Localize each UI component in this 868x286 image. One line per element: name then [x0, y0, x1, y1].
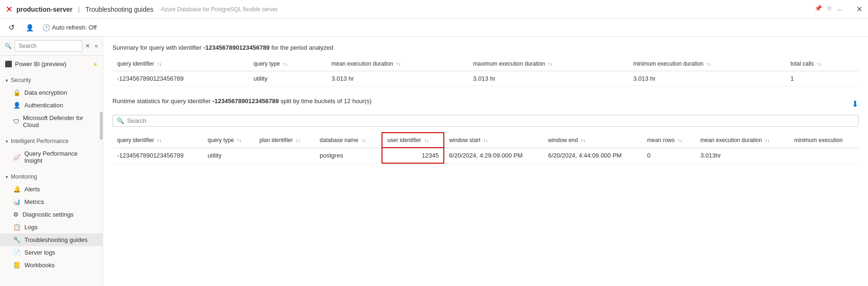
runtime-col-db-name[interactable]: database name ↑↓ [315, 133, 382, 148]
authentication-label: Authentication [24, 102, 63, 109]
search-icon: 🔍 [5, 43, 12, 49]
alerts-label: Alerts [24, 186, 40, 193]
server-name: production-server [16, 6, 73, 13]
sidebar-item-server-logs[interactable]: 📄 Server logs [0, 246, 103, 259]
summary-col-total-calls[interactable]: total calls ↑↓ [786, 57, 859, 71]
runtime-col-window-end[interactable]: window end ↑↓ [544, 133, 643, 148]
sidebar-power-bi-label: Power BI (preview) [15, 60, 67, 68]
data-encryption-icon: 🔒 [13, 89, 21, 96]
sidebar-item-alerts[interactable]: 🔔 Alerts [0, 183, 103, 196]
sidebar-item-workbooks[interactable]: 📒 Workbooks [0, 259, 103, 271]
title-separator: | [78, 6, 80, 13]
monitoring-section: ▾ Monitoring 🔔 Alerts 📊 Metrics ⚙ Diagno… [0, 169, 103, 273]
sidebar: 🔍 ✕ « ⬛ Power BI (preview) ★ ▾ Security … [0, 37, 103, 286]
main-layout: 🔍 ✕ « ⬛ Power BI (preview) ★ ▾ Security … [0, 37, 868, 286]
diagnostic-label: Diagnostic settings [22, 211, 74, 218]
summary-col-query-type[interactable]: query type ↑↓ [249, 57, 327, 71]
runtime-col-window-start[interactable]: window start ↑↓ [444, 133, 543, 148]
summary-col-max-execution[interactable]: maximum execution duration ↑↓ [468, 57, 629, 71]
sidebar-power-bi-section: ⬛ Power BI (preview) ★ [0, 56, 103, 72]
summary-cell-query-id: -123456789012345678­9 [112, 71, 249, 86]
summary-title: Summary for query with identifier -12345… [112, 44, 859, 51]
runtime-col-min-exec[interactable]: minimum execution [790, 133, 859, 148]
sidebar-item-logs[interactable]: 📋 Logs [0, 221, 103, 233]
runtime-col-plan-id[interactable]: plan identifier ↑↓ [254, 133, 315, 148]
runtime-table: query identifier ↑↓ query type ↑↓ plan i… [112, 132, 859, 164]
summary-cell-min: 3.013 hr [629, 71, 786, 86]
intelligent-performance-group-header[interactable]: ▾ Intelligent Performance [0, 135, 103, 147]
runtime-col-mean-exec-duration[interactable]: mean execution duration ↑↓ [696, 133, 789, 148]
search-input[interactable] [15, 40, 82, 52]
sidebar-item-troubleshooting[interactable]: 🔧 Troubleshooting guides [0, 233, 103, 246]
sidebar-item-metrics[interactable]: 📊 Metrics [0, 196, 103, 208]
summary-col-query-identifier[interactable]: query identifier ↑↓ [112, 57, 249, 71]
runtime-col-mean-rows[interactable]: mean rows ↑↓ [643, 133, 696, 148]
toolbar: ↺ 👤 🕐 Auto refresh: Off [0, 19, 868, 37]
clock-icon: 🕐 [42, 24, 50, 31]
intelligent-performance-group-label: Intelligent Performance [11, 138, 68, 144]
runtime-section: Runtime statistics for query identifier … [112, 98, 859, 164]
user-icon: 👤 [26, 24, 34, 31]
summary-col-min-execution[interactable]: minimum execution duration ↑↓ [629, 57, 786, 71]
table-row: -123456789012345678­9 utility postgres 1… [112, 148, 859, 163]
runtime-search-bar: 🔍 [112, 115, 859, 127]
runtime-col-query-type[interactable]: query type ↑↓ [203, 133, 254, 148]
title-bar: ✕ production-server | Troubleshooting gu… [0, 0, 868, 19]
close-icon[interactable]: ✕ [856, 5, 862, 14]
summary-cell-calls: 1 [786, 71, 859, 86]
sidebar-item-qpi[interactable]: 📈 Query Performance Insight [0, 147, 103, 167]
data-encryption-label: Data encryption [24, 89, 67, 96]
runtime-search-input[interactable] [127, 117, 854, 124]
logs-icon: 📋 [13, 224, 21, 231]
power-bi-icon: ⬛ [5, 60, 12, 68]
server-logs-icon: 📄 [13, 249, 21, 256]
monitoring-group-header[interactable]: ▾ Monitoring [0, 171, 103, 183]
sidebar-scrollbar[interactable] [100, 112, 103, 140]
defender-icon: 🛡 [13, 118, 19, 125]
security-group-label: Security [11, 77, 31, 83]
subtitle: Azure Database for PostgreSQL flexible s… [161, 6, 277, 13]
refresh-button[interactable]: ↺ [6, 21, 17, 34]
intelligent-performance-chevron-icon: ▾ [6, 139, 8, 144]
user-button[interactable]: 👤 [23, 22, 37, 33]
runtime-cell-window-end: 6/20/2024, 4:44:09.000 PM [544, 148, 643, 163]
runtime-cell-window-start: 6/20/2024, 4:29:09.000 PM [444, 148, 543, 163]
table-row: -123456789012345678­9 utility 3.013 hr 3… [112, 71, 859, 86]
security-group-header[interactable]: ▾ Security [0, 74, 103, 86]
star-icon[interactable]: ☆ [827, 5, 832, 14]
sidebar-item-authentication[interactable]: 👤 Authentication [0, 99, 103, 112]
summary-cell-mean: 3.013 hr [327, 71, 468, 86]
troubleshooting-label: Troubleshooting guides [24, 236, 88, 243]
runtime-cell-db-name: postgres [315, 148, 382, 163]
runtime-col-user-id[interactable]: user identifier ↑↓ [382, 133, 444, 148]
runtime-cell-plan-id [254, 148, 315, 163]
runtime-cell-user-id: 12345 [382, 148, 444, 163]
pin-icon[interactable]: 📌 [815, 5, 822, 14]
intelligent-performance-section: ▾ Intelligent Performance 📈 Query Perfor… [0, 133, 103, 169]
qpi-icon: 📈 [13, 154, 21, 161]
close-search-icon[interactable]: ✕ [85, 43, 90, 49]
workbooks-icon: 📒 [13, 262, 21, 269]
download-icon[interactable]: ⬇ [852, 99, 859, 109]
auto-refresh-toggle[interactable]: 🕐 Auto refresh: Off [42, 24, 97, 31]
security-section: ▾ Security 🔒 Data encryption 👤 Authentic… [0, 72, 103, 133]
runtime-col-query-id[interactable]: query identifier ↑↓ [112, 133, 203, 148]
summary-col-mean-execution[interactable]: mean execution duration ↑↓ [327, 57, 468, 71]
auto-refresh-label: Auto refresh: Off [52, 24, 97, 31]
troubleshooting-icon: 🔧 [13, 236, 21, 243]
security-chevron-icon: ▾ [6, 78, 8, 83]
monitoring-group-label: Monitoring [11, 173, 37, 180]
workbooks-label: Workbooks [24, 262, 55, 269]
metrics-icon: 📊 [13, 198, 21, 205]
sidebar-item-data-encryption[interactable]: 🔒 Data encryption [0, 86, 103, 99]
runtime-search-icon: 🔍 [117, 117, 124, 124]
content-area: Summary for query with identifier -12345… [103, 37, 868, 286]
runtime-cell-mean-exec: 3.013hr [696, 148, 789, 163]
sidebar-item-power-bi[interactable]: ⬛ Power BI (preview) ★ [0, 58, 103, 70]
collapse-sidebar-icon[interactable]: « [95, 43, 98, 49]
runtime-header: Runtime statistics for query identifier … [112, 98, 859, 110]
sidebar-item-diagnostic[interactable]: ⚙ Diagnostic settings [0, 208, 103, 221]
sidebar-item-defender[interactable]: 🛡 Microsoft Defender for Cloud [0, 112, 103, 131]
runtime-cell-query-id: -123456789012345678­9 [112, 148, 203, 163]
more-icon[interactable]: ... [837, 5, 842, 14]
